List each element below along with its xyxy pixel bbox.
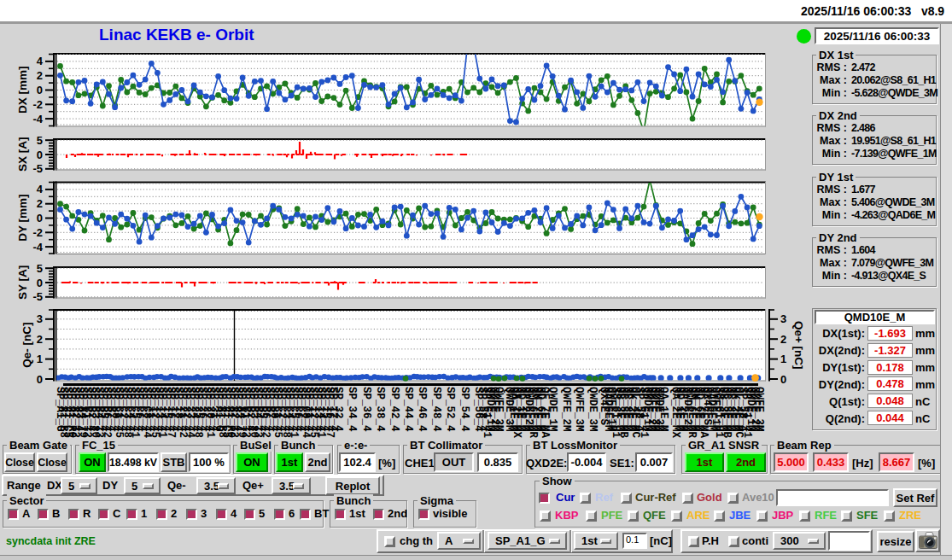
svg-text:5: 5: [37, 134, 43, 147]
svg-text:QWFE_2M: QWFE_2M: [560, 387, 572, 432]
svg-text:SY [A]: SY [A]: [16, 265, 29, 300]
svg-text:-5: -5: [32, 290, 43, 303]
svg-text:DY [mm]: DY [mm]: [16, 195, 29, 242]
svg-text:QWDE_3M: QWDE_3M: [587, 387, 599, 432]
svg-text:SP_34_4: SP_34_4: [346, 387, 358, 432]
svg-text:QWFE_3M: QWFE_3M: [493, 387, 505, 432]
svg-text:4: 4: [37, 183, 44, 195]
svg-text:QWDE_1M: QWDE_1M: [546, 387, 558, 432]
svg-text:QWFE_3M: QWFE_3M: [753, 387, 765, 432]
svg-text:QWFE_3M: QWFE_3M: [573, 387, 585, 432]
svg-text:-4: -4: [32, 241, 43, 254]
svg-text:-2: -2: [32, 226, 43, 239]
svg-text:SP_36_4: SP_36_4: [360, 387, 372, 432]
svg-text:Qe+ [nC]: Qe+ [nC]: [792, 321, 805, 370]
svg-text:0: 0: [37, 149, 43, 161]
svg-text:4: 4: [37, 55, 44, 67]
svg-text:QA_1E_M: QA_1E_M: [657, 387, 669, 432]
svg-text:SP_32_4: SP_32_4: [332, 387, 344, 432]
svg-text:2: 2: [37, 333, 43, 346]
svg-text:3: 3: [780, 312, 786, 325]
svg-text:1: 1: [37, 353, 43, 365]
svg-text:SP_54_4: SP_54_4: [458, 387, 470, 432]
svg-text:5: 5: [37, 262, 43, 275]
svg-text:1: 1: [780, 353, 786, 365]
svg-text:SP_44_4: SP_44_4: [402, 387, 414, 432]
svg-text:0: 0: [37, 212, 43, 225]
svg-text:SP_52_4: SP_52_4: [444, 387, 456, 432]
svg-text:Qe- [nC]: Qe- [nC]: [20, 323, 33, 368]
svg-text:SP_38_4: SP_38_4: [374, 387, 386, 432]
svg-text:DX [mm]: DX [mm]: [16, 66, 29, 114]
svg-text:SP_42_4: SP_42_4: [388, 387, 400, 432]
svg-text:0: 0: [780, 373, 786, 386]
svg-text:0: 0: [37, 277, 43, 289]
svg-text:3: 3: [37, 312, 43, 325]
svg-text:-2: -2: [32, 98, 43, 111]
svg-text:SP_46_4: SP_46_4: [416, 387, 428, 432]
svg-text:2: 2: [780, 333, 786, 346]
svg-text:0: 0: [37, 373, 43, 386]
svg-text:2: 2: [37, 197, 43, 210]
svg-text:SX [A]: SX [A]: [16, 137, 29, 172]
svg-text:-5: -5: [32, 162, 43, 175]
svg-text:2: 2: [37, 69, 43, 82]
svg-text:-4: -4: [32, 113, 43, 125]
svg-text:0: 0: [37, 84, 43, 96]
svg-text:SP_48_4: SP_48_4: [430, 387, 442, 432]
